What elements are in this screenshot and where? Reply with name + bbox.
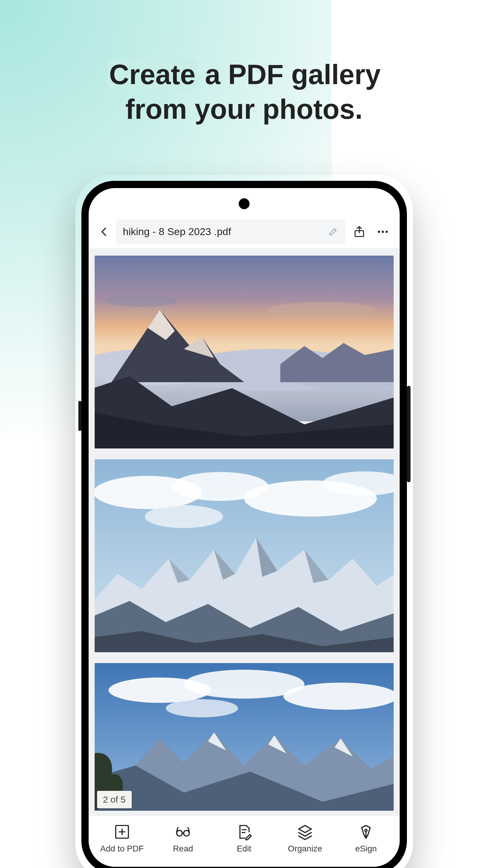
phone-side-button bbox=[407, 386, 410, 482]
chevron-left-icon bbox=[98, 226, 110, 238]
gallery-photo bbox=[95, 459, 394, 652]
svg-point-21 bbox=[166, 699, 238, 717]
tool-label: Edit bbox=[237, 844, 251, 854]
svg-point-2 bbox=[382, 230, 384, 233]
esign-button[interactable]: eSign bbox=[335, 824, 396, 854]
svg-point-20 bbox=[283, 683, 394, 710]
layers-icon bbox=[297, 824, 313, 840]
app-topbar: hiking - 8 Sep 2023 .pdf bbox=[89, 215, 400, 248]
tool-label: Add to PDF bbox=[100, 844, 144, 854]
read-button[interactable]: Read bbox=[153, 824, 213, 854]
organize-button[interactable]: Organize bbox=[275, 824, 335, 854]
bottom-toolbar: Add to PDF Read Edit bbox=[89, 815, 400, 867]
share-button[interactable] bbox=[349, 222, 369, 241]
headline-line2: from your photos. bbox=[0, 92, 488, 127]
document-edit-icon bbox=[236, 824, 252, 840]
headline-line1-rest: a PDF gallery bbox=[197, 59, 380, 90]
headline-highlight: Create bbox=[107, 59, 197, 90]
svg-marker-29 bbox=[299, 826, 311, 832]
back-button[interactable] bbox=[96, 224, 112, 240]
svg-point-1 bbox=[378, 230, 380, 233]
add-to-pdf-button[interactable]: Add to PDF bbox=[92, 824, 153, 854]
share-icon bbox=[353, 225, 366, 238]
phone-side-button bbox=[79, 401, 81, 431]
tool-label: Read bbox=[173, 844, 193, 854]
pencil-icon bbox=[329, 226, 339, 238]
filename-text: hiking - 8 Sep 2023 .pdf bbox=[123, 226, 231, 238]
gallery-photo bbox=[95, 255, 394, 448]
filename-field[interactable]: hiking - 8 Sep 2023 .pdf bbox=[116, 219, 345, 244]
glasses-icon bbox=[175, 824, 191, 840]
more-button[interactable] bbox=[373, 222, 392, 241]
edit-button[interactable]: Edit bbox=[213, 824, 274, 854]
tool-label: Organize bbox=[288, 844, 322, 854]
svg-point-9 bbox=[105, 295, 178, 307]
svg-point-10 bbox=[268, 302, 377, 318]
gallery-photo: 2 of 5 bbox=[95, 663, 394, 811]
page-indicator-badge: 2 of 5 bbox=[97, 791, 132, 808]
svg-point-25 bbox=[177, 830, 182, 836]
pen-nib-icon bbox=[358, 824, 374, 840]
marketing-headline: Create a PDF gallery from your photos. bbox=[0, 57, 488, 127]
phone-mockup: hiking - 8 Sep 2023 .pdf bbox=[81, 181, 407, 868]
phone-camera-notch bbox=[239, 198, 250, 209]
svg-point-16 bbox=[145, 505, 223, 528]
svg-point-26 bbox=[184, 830, 189, 836]
plus-square-icon bbox=[114, 824, 130, 840]
more-horizontal-icon bbox=[376, 225, 390, 239]
svg-point-3 bbox=[386, 230, 388, 233]
tool-label: eSign bbox=[355, 844, 377, 854]
document-scroll-area[interactable]: 2 of 5 bbox=[89, 248, 400, 815]
